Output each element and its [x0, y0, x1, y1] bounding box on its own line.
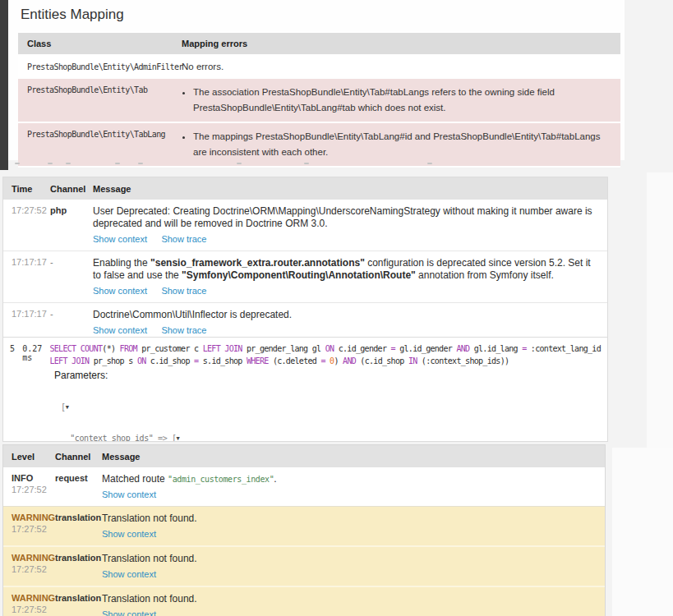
log-message-text: Matched route "admin_customers_index". — [102, 473, 277, 485]
log-level-cell: WARNING 17:27:52 — [12, 587, 55, 616]
column-header-channel: Channel — [50, 177, 93, 200]
show-context-link[interactable]: Show context — [102, 568, 156, 581]
log-time: 17:17:17 — [12, 251, 50, 302]
log-row: 17:17:17 - Doctrine\Common\Util\Inflecto… — [3, 302, 607, 342]
show-context-link[interactable]: Show context — [102, 528, 156, 540]
column-header-class: Class — [18, 33, 173, 54]
page-title: Entities Mapping — [21, 7, 124, 23]
entities-mapping-table: Class Mapping errors PrestaShopBundle\En… — [18, 33, 620, 168]
profiler-page: Entities Mapping Class Mapping errors Pr… — [0, 0, 673, 616]
show-trace-link[interactable]: Show trace — [161, 285, 206, 297]
log-message: Doctrine\Common\Util\Inflector is deprec… — [93, 303, 604, 342]
log-level: INFO — [12, 473, 55, 484]
log-row-warning: WARNING 17:27:52 translation Translation… — [3, 506, 605, 545]
log-message: Matched route "admin_customers_index". S… — [102, 467, 605, 506]
collapse-toggle-icon[interactable]: ▼ — [177, 435, 180, 442]
log-row: 17:27:52 php User Deprecated: Creating D… — [3, 200, 607, 251]
entity-mapping-errors: The mappings PrestaShopBundle\Entity\Tab… — [173, 123, 620, 166]
log-message-text: Translation not found. — [102, 553, 197, 564]
query-index: 5 — [10, 342, 22, 353]
column-header-message: Message — [93, 177, 607, 200]
column-header-time: Time — [12, 177, 50, 200]
log-channel: php — [50, 200, 93, 251]
log-level-cell: INFO 17:27:52 — [12, 467, 55, 506]
stitch-artifact — [48, 163, 53, 164]
log-message-text: User Deprecated: Creating Doctrine\ORM\M… — [93, 205, 592, 229]
sql-line: LEFT JOIN pr_shop s ON c.id_shop = s.id_… — [49, 355, 601, 367]
stitch-artifact — [115, 163, 120, 164]
log-channel: - — [50, 251, 93, 302]
log-row-warning: WARNING 17:27:52 translation Translation… — [3, 586, 605, 616]
log-row-warning: WARNING 17:27:52 translation Translation… — [3, 545, 605, 586]
query-duration: 0.27 ms — [22, 342, 49, 362]
table-row: PrestaShopBundle\Entity\AdminFilter No e… — [18, 56, 620, 79]
log-channel: request — [55, 467, 102, 506]
stitch-artifact-strip — [0, 161, 625, 171]
show-trace-link[interactable]: Show trace — [161, 324, 206, 337]
dump-line: "context_shop_ids" => [▼ — [61, 434, 601, 443]
entity-mapping-errors: The association PrestaShopBundle\Entity\… — [173, 79, 620, 122]
stitch-artifact — [237, 163, 242, 164]
log-time: 17:27:52 — [12, 484, 55, 495]
log-level: WARNING — [12, 593, 55, 604]
request-log-table: Level Channel Message INFO 17:27:52 requ… — [2, 444, 606, 616]
log-message: Enabling the "sensio_framework_extra.rou… — [93, 251, 604, 302]
show-context-link[interactable]: Show context — [102, 489, 156, 501]
stitch-artifact — [304, 163, 309, 164]
log-channel: translation — [55, 587, 102, 616]
log-message: User Deprecated: Creating Doctrine\ORM\M… — [93, 200, 604, 251]
log-level: WARNING — [12, 553, 55, 563]
deprecation-log-table: Time Channel Message 17:27:52 php User D… — [2, 177, 608, 342]
show-context-link[interactable]: Show context — [93, 285, 147, 297]
sql-query-panel: 5 0.27 ms SELECT COUNT(*) FROM pr_custom… — [2, 337, 608, 442]
entity-class-name: PrestaShopBundle\Entity\Tab — [18, 79, 173, 122]
log-message-text: Translation not found. — [102, 513, 197, 524]
log-time: 17:27:52 — [12, 563, 55, 575]
table-header-row: Time Channel Message — [3, 177, 607, 200]
log-channel: translation — [55, 547, 102, 586]
column-header-channel: Channel — [55, 445, 102, 467]
collapse-toggle-icon[interactable]: ▼ — [66, 404, 69, 411]
stitch-artifact — [15, 163, 20, 164]
log-message: Translation not found. Show context — [102, 547, 605, 586]
log-channel: - — [50, 303, 93, 342]
show-context-link[interactable]: Show context — [93, 324, 147, 337]
log-row-info: INFO 17:27:52 request Matched route "adm… — [3, 467, 605, 506]
background-shade — [612, 448, 673, 616]
log-time: 17:27:52 — [12, 200, 50, 251]
log-message: Translation not found. Show context — [102, 587, 605, 616]
log-message: Translation not found. Show context — [102, 507, 605, 545]
dump-line: [▼ — [61, 402, 601, 413]
mapping-error-item: The association PrestaShopBundle\Entity\… — [193, 85, 608, 116]
entity-class-name: PrestaShopBundle\Entity\AdminFilter — [18, 56, 173, 77]
entities-mapping-panel: Entities Mapping Class Mapping errors Pr… — [8, 0, 625, 160]
stitch-artifact — [427, 163, 432, 164]
stitch-artifact — [138, 163, 143, 164]
log-channel: translation — [55, 507, 102, 545]
log-time: 17:27:52 — [12, 523, 55, 535]
column-header-mapping-errors: Mapping errors — [173, 33, 620, 54]
log-time: 17:27:52 — [12, 604, 55, 615]
entity-mapping-status: No errors. — [173, 56, 620, 77]
log-level: WARNING — [12, 513, 55, 523]
log-message-text: Enabling the "sensio_framework_extra.rou… — [93, 257, 591, 281]
log-level-cell: WARNING 17:27:52 — [12, 547, 55, 586]
mapping-error-item: The mappings PrestaShopBundle\Entity\Tab… — [193, 129, 608, 160]
stitch-artifact — [66, 163, 71, 164]
show-context-link[interactable]: Show context — [93, 233, 147, 246]
sidebar-edge — [0, 0, 8, 170]
parameters-label: Parameters: — [54, 370, 601, 381]
log-level-cell: WARNING 17:27:52 — [12, 507, 55, 545]
table-header-row: Level Channel Message — [3, 445, 605, 467]
table-row: PrestaShopBundle\Entity\Tab The associat… — [18, 79, 620, 123]
table-header-row: Class Mapping errors — [18, 33, 620, 56]
show-context-link[interactable]: Show context — [102, 609, 156, 616]
column-header-level: Level — [12, 445, 55, 467]
sql-line: SELECT COUNT(*) FROM pr_customer c LEFT … — [49, 342, 601, 355]
show-trace-link[interactable]: Show trace — [161, 233, 206, 246]
column-header-message: Message — [102, 445, 605, 467]
log-row: 17:17:17 - Enabling the "sensio_framewor… — [3, 251, 607, 302]
log-time: 17:17:17 — [12, 303, 50, 342]
log-message-text: Doctrine\Common\Util\Inflector is deprec… — [93, 309, 292, 320]
entity-class-name: PrestaShopBundle\Entity\TabLang — [18, 123, 173, 166]
